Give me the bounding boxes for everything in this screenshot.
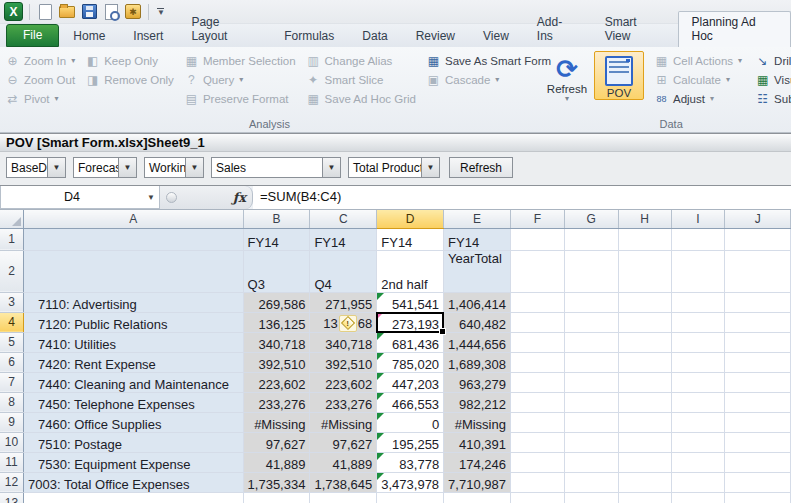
cell-A6[interactable]: 7420: Rent Expense (24, 352, 244, 372)
cell-B9[interactable]: #Missing (243, 412, 310, 432)
cell-J4[interactable] (725, 312, 791, 332)
customize-qat-icon[interactable]: ▼ (157, 8, 165, 15)
cell-E7[interactable]: 963,279 (444, 372, 511, 392)
cell-C2[interactable]: Q4 (310, 250, 377, 292)
cell-B4[interactable]: 136,125 (243, 312, 310, 332)
cell-H3[interactable] (618, 292, 671, 312)
cell-E5[interactable]: 1,444,656 (444, 332, 511, 352)
cell-H5[interactable] (618, 332, 671, 352)
tab-review[interactable]: Review (402, 25, 469, 47)
cell-G1[interactable] (564, 228, 618, 250)
open-icon[interactable] (58, 3, 76, 21)
cell-B8[interactable]: 233,276 (243, 392, 310, 412)
cell-B3[interactable]: 269,586 (243, 292, 310, 312)
cell-E11[interactable]: 174,246 (444, 452, 511, 472)
cell-E9[interactable]: #Missing (444, 412, 511, 432)
cell-I5[interactable] (671, 332, 725, 352)
cell-F13[interactable] (510, 492, 564, 503)
cell-C3[interactable]: 271,955 (310, 292, 377, 312)
tab-add-ins[interactable]: Add-Ins (523, 11, 591, 47)
cell-C6[interactable]: 392,510 (310, 352, 377, 372)
save-icon[interactable] (80, 3, 98, 21)
row-header-5[interactable]: 5 (0, 332, 24, 352)
cell-D12[interactable]: 3,473,978 (377, 472, 444, 492)
cell-J8[interactable] (725, 392, 791, 412)
row-header-4[interactable]: 4 (0, 312, 24, 332)
cell-G3[interactable] (564, 292, 618, 312)
cell-D6[interactable]: 785,020 (377, 352, 444, 372)
cell-B1[interactable]: FY14 (243, 228, 310, 250)
new-document-icon[interactable] (36, 3, 54, 21)
cell-D2[interactable]: 2nd half (377, 250, 444, 292)
cell-D13[interactable] (377, 492, 444, 503)
tab-home[interactable]: Home (59, 25, 119, 47)
cell-C9[interactable]: #Missing (310, 412, 377, 432)
cell-F7[interactable] (510, 372, 564, 392)
cell-G12[interactable] (564, 472, 618, 492)
cell-I6[interactable] (671, 352, 725, 372)
cell-C11[interactable]: 41,889 (310, 452, 377, 472)
cell-G5[interactable] (564, 332, 618, 352)
cell-F10[interactable] (510, 432, 564, 452)
cell-H6[interactable] (618, 352, 671, 372)
cell-J2[interactable] (725, 250, 791, 292)
cell-A9[interactable]: 7460: Office Supplies (24, 412, 244, 432)
cell-I8[interactable] (671, 392, 725, 412)
cell-H8[interactable] (618, 392, 671, 412)
row-header-12[interactable]: 12 (0, 472, 24, 492)
formula-input[interactable]: =SUM(B4:C4) (253, 186, 791, 209)
cell-I10[interactable] (671, 432, 725, 452)
cell-A3[interactable]: 7110: Advertising (24, 292, 244, 312)
cell-C4[interactable]: 13!68 (310, 312, 377, 332)
cell-A2[interactable] (24, 250, 244, 292)
cell-A7[interactable]: 7440: Cleaning and Maintenance (24, 372, 244, 392)
chevron-down-icon[interactable]: ▼ (47, 158, 65, 177)
cell-D5[interactable]: 681,436 (377, 332, 444, 352)
cell-C8[interactable]: 233,276 (310, 392, 377, 412)
cell-B10[interactable]: 97,627 (243, 432, 310, 452)
cell-C13[interactable] (310, 492, 377, 503)
cell-D1[interactable]: FY14 (377, 228, 444, 250)
tab-file[interactable]: File (6, 24, 59, 47)
cell-E12[interactable]: 7,710,987 (444, 472, 511, 492)
column-header-g[interactable]: G (564, 210, 618, 228)
cell-I7[interactable] (671, 372, 725, 392)
cell-J13[interactable] (725, 492, 791, 503)
adjust-button[interactable]: 88Adjust▾ (652, 90, 744, 107)
cell-D4[interactable]: 273,193 (377, 312, 444, 332)
cell-G7[interactable] (564, 372, 618, 392)
cell-H2[interactable] (618, 250, 671, 292)
cell-E13[interactable] (444, 492, 511, 503)
cell-D8[interactable]: 466,553 (377, 392, 444, 412)
cell-J3[interactable] (725, 292, 791, 312)
tab-view[interactable]: View (469, 25, 523, 47)
cell-H1[interactable] (618, 228, 671, 250)
cell-I1[interactable] (671, 228, 725, 250)
dril-button[interactable]: ↘Dril (753, 52, 791, 69)
cell-J1[interactable] (725, 228, 791, 250)
cell-G9[interactable] (564, 412, 618, 432)
cell-F12[interactable] (510, 472, 564, 492)
cell-H13[interactable] (618, 492, 671, 503)
cell-J5[interactable] (725, 332, 791, 352)
chevron-down-icon[interactable]: ▼ (322, 158, 340, 177)
cell-A13[interactable] (24, 492, 244, 503)
cell-E8[interactable]: 982,212 (444, 392, 511, 412)
cell-I11[interactable] (671, 452, 725, 472)
tab-data[interactable]: Data (348, 25, 401, 47)
cell-B7[interactable]: 223,602 (243, 372, 310, 392)
fill-handle[interactable] (439, 328, 446, 335)
cell-A11[interactable]: 7530: Equipment Expense (24, 452, 244, 472)
name-box-dropdown-icon[interactable]: ▼ (143, 193, 159, 202)
column-header-a[interactable]: A (24, 210, 244, 228)
cell-B5[interactable]: 340,718 (243, 332, 310, 352)
quick-action-icon[interactable]: ✱ (124, 3, 142, 21)
cell-H4[interactable] (618, 312, 671, 332)
tab-formulas[interactable]: Formulas (270, 25, 348, 47)
chevron-down-icon[interactable]: ▼ (421, 158, 439, 177)
cell-A12[interactable]: 7003: Total Office Expenses (24, 472, 244, 492)
cell-H7[interactable] (618, 372, 671, 392)
column-header-c[interactable]: C (310, 210, 377, 228)
tab-insert[interactable]: Insert (119, 25, 177, 47)
chevron-down-icon[interactable]: ▼ (118, 158, 136, 177)
